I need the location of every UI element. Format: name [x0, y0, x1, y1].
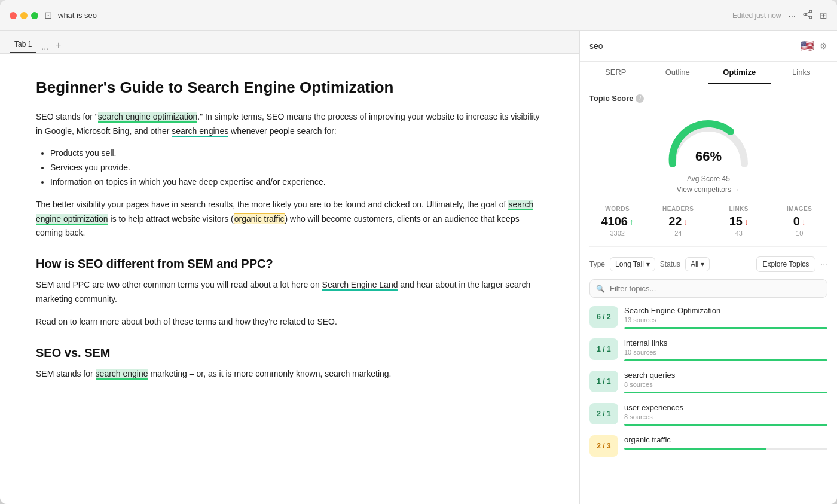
filters-row: Type Long Tail ▾ Status All ▾ Explore To… — [589, 256, 827, 272]
images-arrow: ↓ — [802, 217, 806, 227]
maximize-button[interactable] — [31, 12, 38, 19]
topic-name-3: search queries — [624, 371, 827, 380]
paragraph-1: SEO stands for "search engine optimizati… — [36, 110, 543, 139]
close-button[interactable] — [10, 12, 17, 19]
topic-badge-2: 1 / 1 — [589, 338, 618, 360]
topic-item-1[interactable]: 6 / 2 Search Engine Optimization 13 sour… — [589, 306, 827, 329]
topic-badge-3: 1 / 1 — [589, 371, 618, 392]
chevron-down-icon: ▾ — [646, 260, 650, 268]
tab-optimize[interactable]: Optimize — [708, 62, 771, 84]
stat-words: WORDS 4106 ↑ 3302 — [589, 206, 646, 237]
svg-point-2 — [809, 16, 812, 19]
topic-bar-fill-1 — [624, 327, 827, 329]
headers-arrow: ↓ — [683, 217, 688, 227]
title-bar: ⊡ what is seo Edited just now ··· ⊞ — [0, 0, 837, 31]
main-area: Tab 1 ··· + Beginner's Guide to Search E… — [0, 31, 837, 504]
stat-headers-sub: 24 — [650, 230, 707, 237]
tab-more-icon[interactable]: ··· — [41, 44, 48, 53]
paragraph-2: The better visibility your pages have in… — [36, 198, 543, 240]
stat-links: LINKS 15 ↓ 43 — [711, 206, 767, 237]
tabs-bar: Tab 1 ··· + — [0, 31, 579, 54]
topic-bar-fill-2 — [624, 359, 827, 361]
gauge-svg: 66% — [661, 110, 756, 170]
highlight-organic-traffic: organic traffic — [234, 213, 285, 224]
type-filter-label: Type — [589, 260, 605, 268]
stats-row: WORDS 4106 ↑ 3302 HEADERS 22 ↓ 24 — [589, 206, 827, 247]
sidebar-search-input[interactable] — [589, 41, 694, 51]
highlight-search-engine-land: Search Engine Land — [322, 280, 398, 291]
svg-point-1 — [804, 13, 806, 16]
stat-images-label: IMAGES — [772, 206, 828, 212]
stat-images: IMAGES 0 ↓ 10 — [772, 206, 828, 237]
stat-words-sub: 3302 — [589, 230, 646, 237]
topic-sources-1: 13 sources — [624, 316, 827, 323]
topic-score-title: Topic Score i — [589, 94, 827, 103]
topic-info-4: user experiences 8 sources — [624, 403, 827, 426]
more-options-icon[interactable]: ··· — [788, 10, 796, 20]
sidebar-header-icons: 🇺🇸 ⚙ — [801, 39, 827, 53]
stat-headers-label: HEADERS — [650, 206, 707, 212]
topic-sources-4: 8 sources — [624, 413, 827, 420]
stat-links-sub: 43 — [711, 230, 767, 237]
topic-badge-4: 2 / 1 — [589, 403, 618, 424]
tab-links[interactable]: Links — [771, 62, 833, 84]
add-tab-button[interactable]: + — [53, 38, 63, 53]
highlight-seo: search engine optimization — [98, 112, 198, 123]
settings-icon[interactable]: ⚙ — [820, 41, 827, 51]
topic-badge-5: 2 / 3 — [589, 435, 618, 457]
heading-2: How is SEO different from SEM and PPC? — [36, 257, 543, 271]
tab-serp[interactable]: SERP — [585, 62, 647, 84]
topic-info-1: Search Engine Optimization 13 sources — [624, 306, 827, 329]
sidebar-toggle-icon[interactable]: ⊡ — [44, 10, 52, 21]
topic-item-3[interactable]: 1 / 1 search queries 8 sources — [589, 371, 827, 393]
topic-item-5[interactable]: 2 / 3 organic traffic — [589, 435, 827, 457]
topic-bar-5 — [624, 448, 827, 450]
filter-topics-wrapper: 🔍 — [589, 279, 827, 298]
bullet-item-2: Services you provide. — [50, 161, 543, 175]
chevron-down-icon-2: ▾ — [701, 260, 704, 268]
highlight-search-engines: search engines — [172, 126, 228, 137]
topic-sources-3: 8 sources — [624, 381, 827, 388]
app-window: ⊡ what is seo Edited just now ··· ⊞ — [0, 0, 837, 504]
topic-item-4[interactable]: 2 / 1 user experiences 8 sources — [589, 403, 827, 426]
layout-icon[interactable]: ⊞ — [820, 10, 827, 21]
sidebar-header: 🇺🇸 ⚙ — [580, 31, 837, 62]
avg-score: Avg Score 45 — [589, 175, 827, 183]
highlight-search-engine: search engine — [96, 369, 148, 380]
more-options-icon-2[interactable]: ··· — [820, 259, 827, 269]
topics-list: 6 / 2 Search Engine Optimization 13 sour… — [589, 306, 827, 457]
topic-name-1: Search Engine Optimization — [624, 306, 827, 315]
svg-line-4 — [806, 15, 809, 17]
gauge-chart: 66% — [661, 110, 756, 170]
topic-badge-1: 6 / 2 — [589, 306, 618, 328]
heading-3: SEO vs. SEM — [36, 346, 543, 360]
type-filter-select[interactable]: Long Tail ▾ — [610, 257, 655, 271]
stat-links-label: LINKS — [711, 206, 767, 212]
topic-name-5: organic traffic — [624, 435, 827, 444]
explore-topics-button[interactable]: Explore Topics — [756, 256, 816, 272]
tab-1[interactable]: Tab 1 — [10, 36, 36, 53]
paragraph-5: SEM stands for search engine marketing –… — [36, 367, 543, 381]
traffic-lights — [10, 12, 38, 19]
highlight-seo-2: search engine optimization — [36, 200, 533, 225]
topic-bar-2 — [624, 359, 827, 361]
view-competitors-link[interactable]: View competitors → — [589, 185, 827, 194]
filter-topics-input[interactable] — [610, 284, 821, 293]
status-filter-select[interactable]: All ▾ — [685, 257, 710, 271]
share-icon[interactable] — [803, 10, 812, 21]
svg-point-0 — [809, 10, 812, 13]
bullet-item-1: Products you sell. — [50, 146, 543, 161]
tab-outline[interactable]: Outline — [647, 62, 709, 84]
topic-name-2: internal links — [624, 338, 827, 347]
bullet-list: Products you sell. Services you provide.… — [50, 146, 543, 189]
minimize-button[interactable] — [20, 12, 28, 19]
stat-words-value: 4106 ↑ — [589, 215, 646, 228]
topic-bar-3 — [624, 392, 827, 393]
links-arrow: ↓ — [744, 217, 749, 227]
topic-item-2[interactable]: 1 / 1 internal links 10 sources — [589, 338, 827, 361]
article-heading: Beginner's Guide to Search Engine Optimi… — [36, 78, 543, 98]
topic-bar-1 — [624, 327, 827, 329]
topic-info-5: organic traffic — [624, 435, 827, 450]
paragraph-3: SEM and PPC are two other common terms y… — [36, 278, 543, 307]
topic-name-4: user experiences — [624, 403, 827, 412]
